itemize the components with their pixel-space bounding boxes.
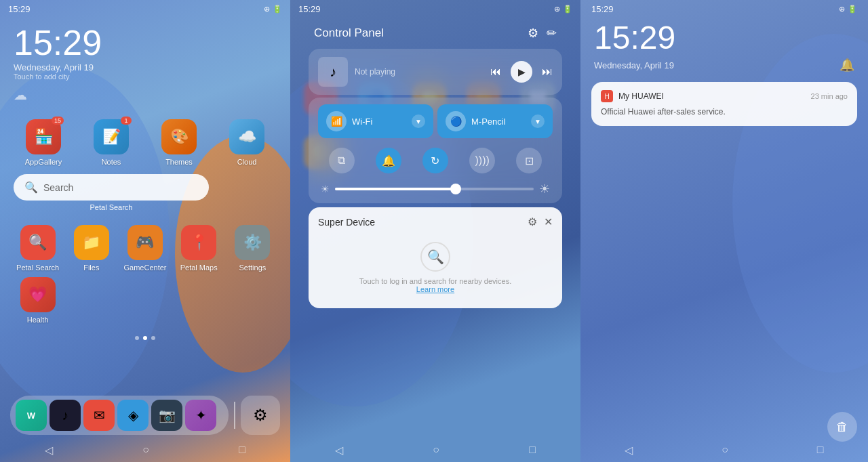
- toggle-multiwindow[interactable]: ⧉: [329, 148, 355, 173]
- settings-icon: ⚙️: [235, 225, 270, 260]
- wifi-button[interactable]: 📶 Wi-Fi ▼: [318, 104, 433, 138]
- bt-expand-icon[interactable]: ▼: [531, 114, 545, 128]
- brightness-slider[interactable]: [335, 188, 534, 190]
- wifi-bt-row: 📶 Wi-Fi ▼ 🔵 M-Pencil ▼: [318, 104, 553, 138]
- status-time-right: 15:29: [591, 4, 614, 14]
- sd-header: Super Device ⚙ ✕: [318, 215, 553, 228]
- app-files[interactable]: 📁 Files: [67, 225, 115, 272]
- cloud-label: Cloud: [237, 158, 257, 166]
- date-left: Wednesday, April 19: [14, 62, 277, 72]
- petal-maps-icon: 📍: [181, 225, 216, 260]
- themes-icon: 🎨: [161, 119, 197, 154]
- gamecenter-label: GameCenter: [124, 264, 167, 272]
- dock: W ♪ ✉ ◈ 📷 ✦ ⚙: [10, 396, 280, 435]
- sd-close-icon[interactable]: ✕: [544, 215, 553, 228]
- sd-settings-icon[interactable]: ⚙: [528, 215, 537, 228]
- nav-bar-mid: ◁ ○ □: [290, 438, 580, 462]
- dock-petal[interactable]: ✦: [185, 400, 216, 431]
- cp-settings-icon[interactable]: ⚙: [528, 26, 538, 41]
- touch-hint[interactable]: Touch to add city: [14, 72, 277, 81]
- weather-icon: ☁: [14, 87, 27, 102]
- toggle-dnd[interactable]: 🔔: [376, 148, 401, 173]
- sd-header-icons: ⚙ ✕: [528, 215, 553, 228]
- clock-section-left: 15:29 Wednesday, April 19 Touch to add c…: [0, 18, 290, 84]
- brightness-high-icon: ☀: [539, 182, 550, 196]
- sd-learn-more-link[interactable]: Learn more: [416, 285, 454, 293]
- sd-search-icon[interactable]: 🔍: [420, 242, 450, 272]
- nav-recent-right[interactable]: □: [817, 444, 824, 456]
- nav-recent-left[interactable]: □: [239, 444, 245, 456]
- toggle-wireless[interactable]: )))): [469, 148, 495, 173]
- quick-toggles-card: 📶 Wi-Fi ▼ 🔵 M-Pencil ▼ ⧉ 🔔 ↻ )))) ⊡: [309, 98, 562, 203]
- control-panel: Control Panel ⚙ ✏ ♪ Not playing ⏮ ▶ ⏭ 📶: [303, 20, 568, 312]
- dock-settings[interactable]: ⚙: [241, 396, 280, 435]
- petal-search-bar[interactable]: 🔍 Search: [14, 174, 209, 201]
- clock-right: 15:29: [580, 18, 868, 58]
- search-bar-text: Search: [43, 182, 73, 193]
- notification-card: H My HUAWEI 23 min ago Official Huawei a…: [591, 82, 857, 126]
- app-notes[interactable]: 📝 1 Notes: [81, 119, 141, 166]
- next-button[interactable]: ⏭: [542, 66, 553, 78]
- app-cloud[interactable]: ☁️ Cloud: [217, 119, 277, 166]
- music-status: Not playing: [355, 67, 484, 77]
- files-icon: 📁: [74, 225, 109, 260]
- nav-home-right[interactable]: ○: [722, 444, 728, 456]
- weather-section: ☁: [0, 84, 290, 106]
- notes-icon: 📝 1: [94, 119, 129, 154]
- app-petal-maps[interactable]: 📍 Petal Maps: [175, 225, 223, 272]
- alarm-icon[interactable]: 🔔: [840, 58, 854, 72]
- app-appgallery[interactable]: 🏪 15 AppGallery: [14, 119, 73, 166]
- dock-apps: W ♪ ✉ ◈ 📷 ✦: [10, 396, 229, 435]
- nav-back-right[interactable]: ◁: [625, 444, 633, 457]
- nav-home-left[interactable]: ○: [142, 444, 149, 456]
- dock-music[interactable]: ♪: [50, 400, 81, 431]
- app-gamecenter[interactable]: 🎮 GameCenter: [121, 225, 169, 272]
- clock-left: 15:29: [14, 25, 277, 60]
- apps-row2: 🔍 Petal Search 📁 Files 🎮 GameCenter 📍 Pe…: [0, 218, 290, 331]
- nav-bar-left: ◁ ○ □: [0, 438, 290, 462]
- nav-home-mid[interactable]: ○: [433, 444, 439, 456]
- nav-back-left[interactable]: ◁: [45, 444, 53, 457]
- nav-recent-mid[interactable]: □: [529, 444, 536, 456]
- petal-search-bar-wrapper: 🔍 Search Petal Search: [14, 174, 209, 211]
- cp-header-icons: ⚙ ✏: [528, 26, 557, 41]
- date-text-right: Wednesday, April 19: [594, 60, 674, 70]
- prev-button[interactable]: ⏮: [490, 66, 501, 78]
- super-device-card: Super Device ⚙ ✕ 🔍 Touch to log in and s…: [309, 207, 562, 308]
- status-time-left: 15:29: [8, 4, 31, 14]
- app-themes[interactable]: 🎨 Themes: [149, 119, 209, 166]
- dot-1: [135, 336, 139, 340]
- left-panel: 15:29 ⊕ 🔋 15:29 Wednesday, April 19 Touc…: [0, 0, 290, 462]
- music-album-art: ♪: [318, 57, 348, 87]
- cp-edit-icon[interactable]: ✏: [547, 26, 557, 41]
- nav-back-mid[interactable]: ◁: [335, 444, 343, 457]
- toggle-screencast[interactable]: ⊡: [516, 148, 542, 173]
- dock-wetv[interactable]: W: [16, 400, 47, 431]
- quick-icons-row: ⧉ 🔔 ↻ )))) ⊡: [318, 145, 553, 176]
- dock-camera[interactable]: 📷: [151, 400, 182, 431]
- dock-mail[interactable]: ✉: [83, 400, 115, 431]
- app-health[interactable]: 💗 Health: [14, 277, 62, 324]
- petal-search-label: Petal Search: [14, 203, 209, 211]
- health-icon: 💗: [20, 277, 56, 312]
- nav-bar-right: ◁ ○ □: [580, 438, 868, 462]
- toggle-rotate[interactable]: ↻: [422, 148, 448, 173]
- notif-header: H My HUAWEI 23 min ago: [601, 90, 848, 102]
- dot-3: [151, 336, 155, 340]
- status-bar-right: 15:29 ⊕ 🔋: [580, 0, 868, 18]
- appgallery-badge: 15: [52, 117, 64, 125]
- bt-icon: 🔵: [446, 111, 466, 131]
- wifi-expand-icon[interactable]: ▼: [412, 114, 425, 128]
- bt-button[interactable]: 🔵 M-Pencil ▼: [437, 104, 553, 138]
- wifi-icon: 📶: [326, 111, 347, 131]
- right-panel: 15:29 ⊕ 🔋 15:29 Wednesday, April 19 🔔 H …: [580, 0, 868, 462]
- app-settings[interactable]: ⚙️ Settings: [229, 225, 277, 272]
- dock-browser[interactable]: ◈: [117, 400, 149, 431]
- play-button[interactable]: ▶: [511, 61, 532, 83]
- app-petal-search[interactable]: 🔍 Petal Search: [14, 225, 62, 272]
- brightness-fill: [335, 188, 454, 190]
- music-info: Not playing: [355, 67, 484, 77]
- cp-title: Control Panel: [314, 26, 384, 40]
- notif-app-name: My HUAWEI: [618, 91, 664, 101]
- status-icons-right: ⊕ 🔋: [839, 5, 857, 14]
